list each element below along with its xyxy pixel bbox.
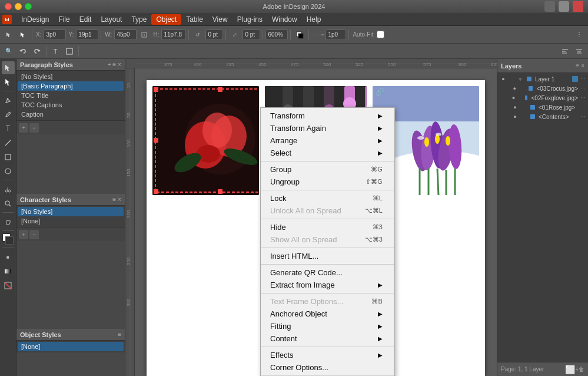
new-style-btn[interactable]: + [19,123,28,133]
image-rose[interactable] [152,86,259,195]
menu-type[interactable]: Type [127,14,151,25]
apply-color-btn[interactable]: ■ [2,250,15,263]
menu-arrange[interactable]: Arrange ▶ [261,134,394,147]
layer-eye-rose[interactable]: ● [511,104,519,111]
menu-gen-qr[interactable]: Generate QR Code... [261,266,394,279]
shear-btn[interactable]: ⤢ [228,28,241,41]
type-tool-btn[interactable]: T [49,45,62,58]
char-style-item[interactable]: [No Styles] [18,207,124,216]
menu-edit[interactable]: Edit [75,14,97,25]
menu-select[interactable]: Select ▶ [261,147,394,159]
menu-table[interactable]: Table [181,14,208,25]
obj-styles-menu-btn[interactable]: ≡ [118,331,121,338]
zoom-tool[interactable] [2,197,15,210]
menu-object[interactable]: Object [151,14,181,25]
layers-delete-layer-btn[interactable]: 🗑 [579,366,584,372]
apply-none-btn[interactable] [2,279,15,292]
style-item[interactable]: Caption [18,110,124,119]
menu-layout[interactable]: Layout [96,14,127,25]
apply-gradient-btn[interactable] [2,265,15,278]
x-input[interactable] [44,29,66,40]
menu-insert-html[interactable]: Insert HTML... [261,250,394,262]
char-styles-menu-btn[interactable]: ≡ [112,196,116,203]
w-input[interactable] [114,29,137,40]
direct-select-btn[interactable] [16,28,29,41]
menu-fitting[interactable]: Fitting ▶ [261,320,394,332]
rectangle-tool[interactable] [2,150,15,163]
new-char-style-btn[interactable]: + [19,230,28,239]
layer-eye-contents[interactable]: ● [511,113,519,120]
maximize-button[interactable] [25,3,32,10]
menu-help[interactable]: Help [302,14,326,25]
align-left-btn[interactable] [559,45,572,58]
layer-expand-1[interactable]: ▼ [517,76,523,83]
h-input[interactable] [161,29,186,40]
fill-stroke-boxes[interactable] [2,233,14,245]
hand-tool[interactable] [2,215,15,228]
menu-view[interactable]: View [208,14,232,25]
paragraph-styles-close-btn[interactable]: × [118,61,121,68]
char-style-item[interactable]: [None] [18,216,124,226]
direct-selection-tool[interactable] [2,75,15,88]
pen-tool[interactable] [2,94,15,107]
layer-eye-crocus[interactable]: ● [511,85,518,92]
layers-close-btn[interactable]: × [581,62,584,69]
paragraph-styles-menu-btn[interactable]: ≡ [112,61,116,68]
layers-menu-btn[interactable]: ≡ [576,62,579,69]
menu-transform[interactable]: Transform ▶ [261,110,394,122]
menu-group[interactable]: Group ⌘G [261,163,394,176]
menu-content[interactable]: Content ▶ [261,332,394,345]
layer-item-contents[interactable]: ● <Contents> ⋯ [497,112,588,121]
canvas-area[interactable]: 375 400 425 450 475 500 525 550 575 600 … [125,59,497,376]
undo-btn[interactable] [16,45,29,58]
more-btn[interactable]: ⋮ [573,28,586,41]
menu-lock[interactable]: Lock ⌘L [261,192,394,205]
zoom-out-btn[interactable]: 🔍 [2,45,15,58]
fill-btn[interactable] [293,28,306,41]
menu-hide[interactable]: Hide ⌘3 [261,221,394,233]
rotation-input[interactable] [205,29,223,40]
frame-tool-btn[interactable] [63,45,76,58]
menu-effects[interactable]: Effects ▶ [261,349,394,361]
layer-item-foxglove[interactable]: ● <02Foxglove.jpg> ⋯ [497,93,588,103]
layer-item-crocus[interactable]: ● <03Crocus.jpg> ⋯ [497,84,588,93]
line-tool[interactable] [2,136,15,149]
layer-eye-1[interactable]: ● [500,75,507,83]
zoom-input[interactable] [265,29,288,40]
menu-ungroup[interactable]: Ungroup ⇧⌘G [261,176,394,188]
layer-item-rose[interactable]: ● <01Rose.jpg> ⋯ [497,103,588,112]
selection-tool[interactable] [2,61,15,74]
menu-transform-again[interactable]: Transform Again ▶ [261,122,394,134]
style-item[interactable]: [Basic Paragraph] [18,81,124,91]
stroke-weight-input[interactable] [325,29,346,40]
menu-anchored-object[interactable]: Anchored Object ▶ [261,308,394,320]
shear-input[interactable] [242,29,260,40]
y-input[interactable] [76,29,98,40]
style-item[interactable]: [No Styles] [18,72,124,81]
rotation-btn[interactable]: ↺ [191,28,204,41]
stroke-selector[interactable] [311,28,324,41]
char-styles-close-btn[interactable]: × [118,196,121,203]
layer-item-1[interactable]: ● ▼ Layer 1 ⋯ [497,74,588,84]
layers-add-page-btn[interactable]: ⬜ [565,365,575,374]
pencil-tool[interactable] [2,108,15,121]
ellipse-tool[interactable] [2,164,15,177]
type-tool[interactable]: T [2,122,15,135]
layer-target-1[interactable] [572,76,578,82]
paragraph-styles-add-btn[interactable]: + [107,61,111,68]
layer-eye-foxglove[interactable]: ● [511,94,516,101]
menu-plugins[interactable]: Plug-ins [232,14,267,25]
auto-fit-checkbox[interactable] [377,31,384,38]
close-button[interactable] [5,3,12,10]
align-center-btn[interactable] [573,45,586,58]
menu-indesign[interactable]: InDesign [16,14,54,25]
scissors-tool[interactable] [2,183,15,196]
style-item[interactable]: TOC Title [18,91,124,100]
select-tool-btn[interactable] [2,28,15,41]
menu-extract-image[interactable]: Extract from Image ▶ [261,279,394,291]
minimize-button[interactable] [15,3,22,10]
menu-window[interactable]: Window [267,14,302,25]
redo-btn[interactable] [31,45,44,58]
delete-char-style-btn[interactable]: − [29,230,39,239]
obj-style-item[interactable]: [None] [18,342,124,351]
